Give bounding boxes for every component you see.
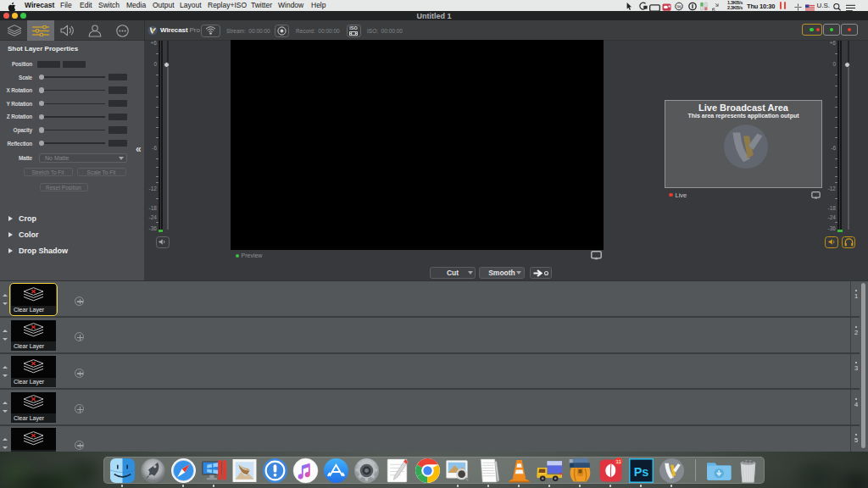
svg-text:Ps: Ps xyxy=(633,464,648,478)
svg-text:11: 11 xyxy=(615,458,621,464)
svg-text:%: % xyxy=(676,4,682,9)
